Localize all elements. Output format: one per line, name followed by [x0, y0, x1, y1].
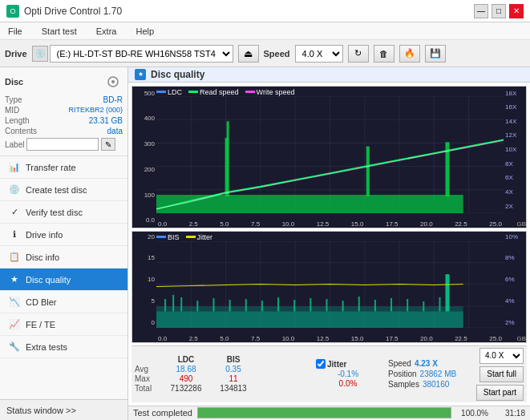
- speed-select-row: 4.0 X: [479, 348, 524, 364]
- stats-total-ldc: 7132286: [159, 384, 213, 393]
- y2r-label-4: 4%: [505, 297, 524, 305]
- samples-info-row: Samples 380160: [388, 380, 456, 389]
- svg-rect-38: [156, 311, 463, 328]
- menubar: File Start test Extra Help: [0, 22, 530, 40]
- maximize-button[interactable]: □: [492, 4, 506, 18]
- stats-max-bis: 11: [213, 374, 253, 383]
- svg-rect-59: [445, 274, 449, 311]
- disc-contents-label: Contents: [5, 127, 37, 135]
- start-part-button[interactable]: Start part: [476, 385, 524, 401]
- menu-help[interactable]: Help: [131, 25, 159, 38]
- disc-quality-header: ★ Disc quality: [128, 67, 530, 83]
- progress-bar-fill: [198, 408, 451, 418]
- stats-total-bis: 134813: [213, 384, 253, 393]
- legend-write-speed: Write speed: [245, 88, 295, 96]
- nav-fe-te[interactable]: 📈 FE / TE: [0, 313, 127, 336]
- nav-disc-quality[interactable]: ★ Disc quality: [0, 269, 127, 291]
- speed-select[interactable]: 4.0 X: [295, 45, 343, 63]
- drive-select[interactable]: (E:) HL-DT-ST BD-RE WH16NS58 TST4: [50, 45, 233, 63]
- legend-bis: BIS: [156, 233, 180, 241]
- main-layout: Disc Type BD-R MID RITEKBR2 (000) Length…: [0, 67, 530, 420]
- x2-label-5: 5.0: [220, 335, 229, 342]
- x-label-12.5: 12.5: [317, 220, 330, 228]
- stats-speed-select[interactable]: 4.0 X: [479, 348, 524, 364]
- chart-bottom-x-axis: 0.0 2.5 5.0 7.5 10.0 12.5 15.0 17.5 20.0…: [156, 335, 504, 342]
- disc-label-input[interactable]: [26, 138, 99, 151]
- eject-button[interactable]: ⏏: [238, 45, 259, 63]
- svg-rect-45: [229, 300, 231, 311]
- bis-legend-color: [156, 236, 166, 238]
- elapsed-time: 31:18: [493, 409, 525, 418]
- start-full-button[interactable]: Start full: [479, 366, 524, 382]
- x-label-5: 5.0: [220, 220, 229, 228]
- nav-transfer-rate[interactable]: 📊 Transfer rate: [0, 156, 127, 179]
- transfer-rate-icon: 📊: [8, 161, 21, 174]
- x-label-0: 0.0: [158, 220, 167, 228]
- nav-create-test-disc-label: Create test disc: [26, 185, 87, 195]
- disc-mid-row: MID RITEKBR2 (000): [5, 105, 123, 115]
- status-window-button[interactable]: Status window >>: [0, 399, 127, 420]
- svg-rect-47: [261, 301, 263, 311]
- nav-fe-te-label: FE / TE: [26, 320, 55, 329]
- stats-total-row: Total 7132286 134813: [135, 384, 311, 393]
- bottom-status-bar: Test completed 100.0% 31:18: [128, 406, 530, 421]
- stats-max-ldc: 490: [159, 374, 213, 383]
- chart-top-y-axis-right: 18X 16X 14X 12X 10X 8X 6X 4X 2X: [504, 87, 526, 213]
- chart-top-x-axis: 0.0 2.5 5.0 7.5 10.0 12.5 15.0 17.5 20.0…: [156, 220, 504, 228]
- read-speed-legend-label: Read speed: [200, 88, 239, 96]
- nav-create-test-disc[interactable]: 💿 Create test disc: [0, 179, 127, 201]
- disc-contents-row: Contents data: [5, 126, 123, 136]
- chart-bottom-svg: [156, 241, 504, 328]
- nav-extra-tests-label: Extra tests: [26, 342, 67, 352]
- menu-extra[interactable]: Extra: [91, 25, 122, 38]
- ldc-legend-label: LDC: [168, 88, 182, 96]
- sidebar-nav: 📊 Transfer rate 💿 Create test disc ✓ Ver…: [0, 156, 127, 399]
- svg-rect-56: [407, 299, 408, 311]
- nav-cd-bler[interactable]: 📉 CD Bler: [0, 291, 127, 313]
- nav-extra-tests[interactable]: 🔧 Extra tests: [0, 336, 127, 358]
- x-label-22.5: 22.5: [455, 220, 467, 228]
- svg-rect-53: [358, 296, 360, 311]
- menu-start-test[interactable]: Start test: [37, 25, 82, 38]
- svg-rect-54: [374, 300, 376, 311]
- minimize-button[interactable]: —: [474, 4, 488, 18]
- stats-bar: LDC BIS Avg 18.68 0.35 Max 490 11: [131, 345, 527, 402]
- jitter-legend-label: Jitter: [197, 233, 213, 241]
- chart-bottom-legend: BIS Jitter: [156, 233, 212, 241]
- disc-settings-icon[interactable]: [103, 72, 123, 91]
- speed-info-label: Speed: [388, 359, 411, 368]
- y2r-label-6: 6%: [505, 276, 524, 283]
- x2-label-0: 0.0: [158, 335, 167, 342]
- drive-label: Drive: [5, 49, 27, 59]
- disc-quality-icon: ★: [8, 273, 21, 286]
- stats-avg-row: Avg 18.68 0.35: [135, 365, 311, 374]
- nav-disc-info[interactable]: 📋 Disc info: [0, 246, 127, 269]
- refresh-button[interactable]: ↻: [348, 45, 369, 63]
- progress-percent: 100.0%: [456, 409, 488, 418]
- menu-file[interactable]: File: [3, 25, 27, 38]
- x-label-17.5: 17.5: [386, 220, 399, 228]
- disc-label-edit-button[interactable]: ✎: [101, 138, 115, 151]
- chart-top: 500 400 300 200 100 0.0 18X 16X 14X 12X …: [131, 86, 527, 228]
- x-label-15: 15.0: [351, 220, 364, 228]
- jitter-checkbox[interactable]: [316, 359, 326, 369]
- nav-verify-test-disc[interactable]: ✓ Verify test disc: [0, 201, 127, 224]
- save-button[interactable]: 💾: [425, 45, 446, 63]
- stats-bis-header: BIS: [213, 355, 253, 364]
- erase-button[interactable]: 🗑: [374, 45, 394, 63]
- y2r-label-8: 8%: [505, 254, 524, 261]
- jitter-column: Jitter -0.1% 0.0%: [316, 359, 380, 389]
- bis-legend-label: BIS: [168, 233, 180, 241]
- titlebar-left: O Opti Drive Control 1.70: [6, 5, 122, 18]
- position-label: Position: [388, 370, 417, 378]
- burn-button[interactable]: 🔥: [399, 45, 420, 63]
- stats-avg-ldc: 18.68: [159, 365, 213, 374]
- progress-bar: [197, 407, 451, 418]
- svg-rect-58: [439, 297, 440, 310]
- svg-rect-39: [156, 306, 463, 311]
- stats-max-label: Max: [135, 374, 159, 383]
- nav-drive-info[interactable]: ℹ Drive info: [0, 224, 127, 246]
- close-button[interactable]: ✕: [509, 4, 524, 18]
- x2-label-17.5: 17.5: [386, 335, 399, 342]
- y-label-400: 400: [134, 115, 155, 122]
